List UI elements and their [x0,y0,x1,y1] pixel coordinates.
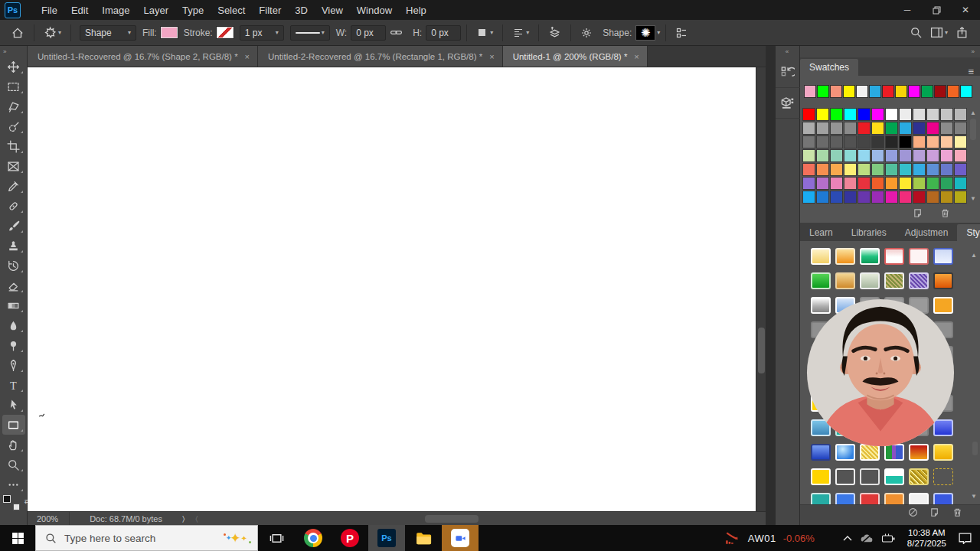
file-explorer-icon[interactable] [405,525,442,551]
color-swatch[interactable] [802,122,815,135]
color-swatch[interactable] [913,108,926,121]
color-swatch[interactable] [954,177,967,190]
minimize-button[interactable]: ─ [893,0,922,20]
color-swatch[interactable] [885,163,898,176]
menu-edit[interactable]: Edit [64,5,95,16]
color-swatch[interactable] [858,135,871,148]
healing-brush-tool[interactable] [2,196,25,216]
menu-file[interactable]: File [34,5,64,16]
color-swatch[interactable] [802,177,815,190]
color-swatch[interactable] [816,191,829,204]
color-swatch[interactable] [913,149,926,162]
background-color-swatch[interactable] [13,504,20,510]
crop-tool[interactable] [2,136,25,156]
color-swatch[interactable] [830,163,843,176]
recent-swatch[interactable] [947,85,959,98]
style-swatch[interactable] [909,248,929,265]
pinterest-icon[interactable]: P [332,525,368,551]
menu-type[interactable]: Type [175,5,211,16]
menu-help[interactable]: Help [399,5,433,16]
style-swatch[interactable] [835,248,855,265]
color-swatch[interactable] [954,191,967,204]
color-swatch[interactable] [899,108,912,121]
color-swatch[interactable] [816,135,829,148]
color-swatch[interactable] [802,108,815,121]
color-swatch[interactable] [816,163,829,176]
stock-chart-icon[interactable] [724,530,741,546]
tool-mode-select[interactable]: Shape▾ [80,25,136,41]
style-swatch[interactable] [811,272,831,289]
style-swatch[interactable] [884,493,904,504]
color-swatch[interactable] [940,135,953,148]
menu-window[interactable]: Window [350,5,399,16]
foreground-color-swatch[interactable] [3,495,11,503]
color-swatch[interactable] [802,135,815,148]
width-input[interactable]: 0 px [351,25,386,41]
style-swatch[interactable] [835,493,855,504]
style-swatch[interactable] [909,468,929,485]
style-swatch[interactable] [811,493,831,504]
workspace-icon[interactable]: ▾ [926,26,952,39]
battery-icon[interactable] [881,533,896,543]
search-icon[interactable] [906,26,926,39]
pen-tool[interactable] [2,355,25,375]
color-swatch[interactable] [913,163,926,176]
path-alignment-icon[interactable]: ▾ [508,27,533,39]
path-selection-tool[interactable] [2,395,25,415]
color-swatch[interactable] [871,108,884,121]
restore-button[interactable] [922,0,951,20]
color-swatch[interactable] [899,135,912,148]
color-swatch[interactable] [830,108,843,121]
status-prev-icon[interactable]: 〈 [195,514,198,523]
color-swatch[interactable] [844,149,857,162]
color-swatch[interactable] [830,177,843,190]
color-swatch[interactable] [816,177,829,190]
color-swatch[interactable] [954,108,967,121]
color-swatch[interactable] [899,149,912,162]
style-swatch[interactable] [884,468,904,485]
frame-tool[interactable] [2,156,25,176]
scroll-up-icon[interactable]: ▲ [971,252,977,259]
recent-swatch[interactable] [895,85,907,98]
brush-tool[interactable] [2,216,25,236]
color-swatch[interactable] [844,122,857,135]
stock-symbol[interactable]: AW01 [748,533,776,544]
status-next-icon[interactable]: 〉 [182,514,185,523]
task-view-button[interactable] [258,525,295,551]
lasso-tool[interactable] [2,96,25,116]
color-swatch[interactable] [954,149,967,162]
color-swatch[interactable] [940,177,953,190]
history-panel-icon[interactable] [776,57,800,88]
tray-expand-icon[interactable] [842,533,853,543]
color-swatch[interactable] [802,163,815,176]
color-swatch[interactable] [844,191,857,204]
style-swatch[interactable] [884,272,904,289]
settings-gear-icon[interactable] [577,27,596,39]
color-swatch[interactable] [816,122,829,135]
color-swatch[interactable] [926,108,939,121]
color-swatch[interactable] [816,149,829,162]
stroke-color-swatch[interactable] [217,27,234,38]
style-swatch[interactable] [933,248,953,265]
photoshop-taskbar-icon[interactable]: Ps [368,525,405,551]
style-swatch[interactable] [860,468,880,485]
color-swatch[interactable] [913,135,926,148]
tab-learn[interactable]: Learn [800,224,842,241]
recent-swatch[interactable] [921,85,933,98]
blur-tool[interactable] [2,315,25,335]
tab-libraries[interactable]: Libraries [842,224,896,241]
move-tool[interactable] [2,57,25,77]
dodge-tool[interactable] [2,335,25,355]
height-input[interactable]: 0 px [426,25,461,41]
style-swatch[interactable] [909,272,929,289]
notification-center-icon[interactable] [958,532,972,544]
share-icon[interactable] [952,26,972,39]
stock-change[interactable]: -0.06% [783,533,815,544]
color-swatch[interactable] [830,149,843,162]
color-swatch[interactable] [830,135,843,148]
home-icon[interactable] [0,26,28,40]
fill-color-swatch[interactable] [161,27,178,38]
foreground-background-colors[interactable]: ⇄ [3,495,21,510]
style-swatch[interactable] [860,493,880,504]
document-tab-1[interactable]: Untitled-1-Recovered @ 16.7% (Shape 2, R… [28,46,258,67]
